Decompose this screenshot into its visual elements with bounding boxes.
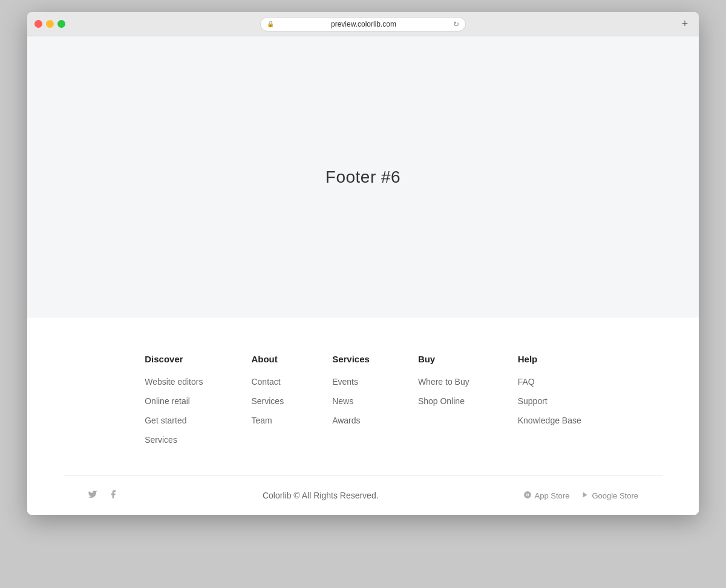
footer-social — [88, 489, 118, 501]
footer-link-awards[interactable]: Awards — [332, 416, 360, 425]
twitter-icon[interactable] — [88, 489, 97, 501]
footer-link-news[interactable]: News — [332, 396, 353, 406]
google-store-label: Google Store — [592, 491, 638, 500]
apple-icon — [523, 491, 532, 501]
list-item: Website editors — [145, 376, 203, 387]
footer-bottom: Colorlib © All Rights Reserved. App Stor… — [27, 476, 699, 515]
list-item: Support — [518, 396, 581, 407]
app-store-link[interactable]: App Store — [523, 491, 570, 501]
footer-col-help: Help FAQ Support Knowledge Base — [518, 354, 581, 445]
footer-links-buy: Where to Buy Shop Online — [418, 376, 469, 407]
facebook-icon[interactable] — [108, 489, 118, 501]
list-item: FAQ — [518, 376, 581, 387]
footer-links-services: Events News Awards — [332, 376, 370, 426]
footer-link-team[interactable]: Team — [251, 416, 272, 425]
footer-link-where-to-buy[interactable]: Where to Buy — [418, 377, 469, 387]
app-store-label: App Store — [535, 491, 570, 500]
list-item: Services — [251, 396, 284, 407]
play-icon — [581, 491, 589, 501]
list-item: News — [332, 396, 370, 407]
list-item: Online retail — [145, 396, 203, 407]
footer-col-about: About Contact Services Team — [251, 354, 284, 445]
footer-heading-buy: Buy — [418, 354, 469, 364]
minimize-button[interactable] — [46, 20, 54, 28]
footer-link-shop-online[interactable]: Shop Online — [418, 396, 465, 406]
footer-links-discover: Website editors Online retail Get starte… — [145, 376, 203, 445]
list-item: Contact — [251, 376, 284, 387]
browser-dots — [34, 20, 65, 28]
footer-link-events[interactable]: Events — [332, 377, 358, 387]
browser-window: 🔒 preview.colorlib.com ↻ + Footer #6 Dis… — [27, 12, 699, 515]
footer-heading-help: Help — [518, 354, 581, 364]
footer-link-faq[interactable]: FAQ — [518, 377, 535, 387]
list-item: Services — [145, 434, 203, 445]
footer-links-help: FAQ Support Knowledge Base — [518, 376, 581, 426]
footer-links-about: Contact Services Team — [251, 376, 284, 426]
footer-link-contact[interactable]: Contact — [251, 377, 280, 387]
list-item: Knowledge Base — [518, 415, 581, 426]
footer-link-website-editors[interactable]: Website editors — [145, 377, 203, 387]
footer-link-services-discover[interactable]: Services — [145, 435, 177, 445]
list-item: Shop Online — [418, 396, 469, 407]
footer-col-buy: Buy Where to Buy Shop Online — [418, 354, 469, 445]
footer-heading-about: About — [251, 354, 284, 364]
page-title: Footer #6 — [325, 168, 401, 187]
footer-link-services-about[interactable]: Services — [251, 396, 284, 406]
footer-heading-discover: Discover — [145, 354, 203, 364]
add-tab-button[interactable]: + — [678, 18, 692, 31]
svg-marker-0 — [583, 492, 587, 497]
main-area: Footer #6 — [27, 36, 699, 318]
google-store-link[interactable]: Google Store — [581, 491, 638, 501]
list-item: Events — [332, 376, 370, 387]
footer-link-support[interactable]: Support — [518, 396, 548, 406]
footer-nav: Discover Website editors Online retail G… — [27, 354, 699, 475]
footer-col-discover: Discover Website editors Online retail G… — [145, 354, 203, 445]
footer-link-knowledge-base[interactable]: Knowledge Base — [518, 416, 581, 425]
list-item: Where to Buy — [418, 376, 469, 387]
url-text: preview.colorlib.com — [278, 20, 450, 28]
lock-icon: 🔒 — [267, 21, 274, 27]
footer-stores: App Store Google Store — [523, 491, 638, 501]
list-item: Team — [251, 415, 284, 426]
list-item: Awards — [332, 415, 370, 426]
footer-heading-services: Services — [332, 354, 370, 364]
maximize-button[interactable] — [57, 20, 65, 28]
footer-link-get-started[interactable]: Get started — [145, 416, 186, 425]
footer-col-services: Services Events News Awards — [332, 354, 370, 445]
footer-link-online-retail[interactable]: Online retail — [145, 396, 190, 406]
url-bar[interactable]: 🔒 preview.colorlib.com ↻ — [260, 17, 466, 31]
browser-titlebar: 🔒 preview.colorlib.com ↻ + — [27, 12, 699, 36]
footer: Discover Website editors Online retail G… — [27, 318, 699, 515]
page-content: Footer #6 Discover Website editors Onlin… — [27, 36, 699, 515]
footer-copyright: Colorlib © All Rights Reserved. — [263, 491, 379, 500]
list-item: Get started — [145, 415, 203, 426]
refresh-icon[interactable]: ↻ — [453, 20, 459, 28]
close-button[interactable] — [34, 20, 42, 28]
